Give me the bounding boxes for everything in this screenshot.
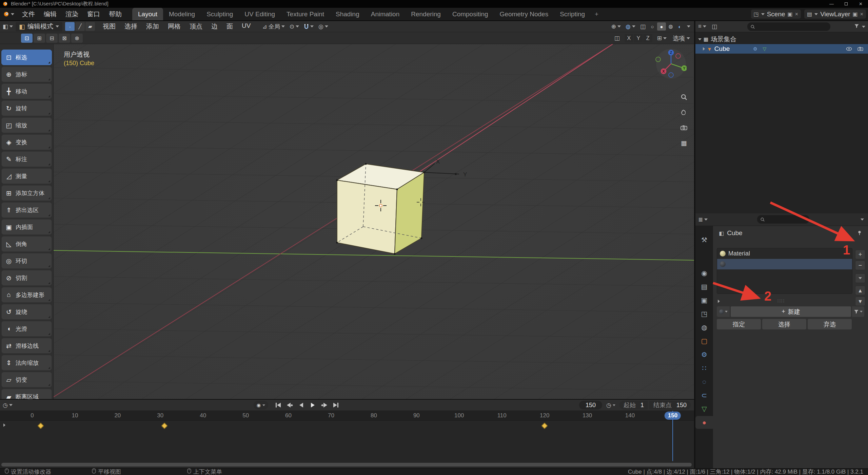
outliner-item-cube[interactable]: ▼ Cube ⚙ ▽ [695,44,868,54]
show-overlays-dropdown[interactable]: ◍ [623,23,638,30]
play-button[interactable] [308,401,318,410]
tool-bevel-button[interactable]: ◺倒角 [1,236,52,252]
properties-tab-render[interactable]: ◉ [695,267,713,280]
topbar-menu-edit[interactable]: 编辑 [39,8,61,20]
shading-material-button[interactable]: ◍ [666,22,675,31]
tool-transform-button[interactable]: ◈变换 [1,134,52,150]
editor-type-selector[interactable]: ≡ [695,23,709,30]
viewport-menu-select[interactable]: 选择 [120,22,142,31]
properties-tab-output[interactable]: ▤ [695,280,713,293]
viewport-menu-face[interactable]: 面 [222,22,237,31]
tool-mode-subtract-button[interactable]: ⊟ [46,34,58,43]
viewport-menu-vertex[interactable]: 顶点 [185,22,207,31]
material-slot-item[interactable]: Material [717,248,852,259]
outliner-search-input[interactable] [747,22,830,31]
minimize-button[interactable]: — [824,0,839,8]
tool-mode-invert-button[interactable]: ⊠ [59,34,70,43]
camera-view-icon[interactable] [679,123,689,132]
jump-to-start-button[interactable] [273,401,283,410]
tool-loop-cut-button[interactable]: ◎环切 [1,253,52,269]
pivot-point-dropdown[interactable]: ⊙ [287,23,301,30]
tool-mode-set-button[interactable]: ⊡ [21,34,33,43]
topbar-menu-file[interactable]: 文件 [18,8,39,20]
filter-icon[interactable] [854,23,859,30]
tool-edge-slide-button[interactable]: ⇄滑移边线 [1,338,52,354]
properties-tab-scene[interactable]: ◳ [695,307,713,320]
gizmo-z-neg-axis[interactable] [669,73,673,77]
shading-solid-button[interactable]: ● [657,22,666,31]
expand-icon[interactable] [703,47,705,51]
tool-measure-button[interactable]: ◿测量 [1,168,52,184]
deselect-button[interactable]: 弃选 [808,319,852,329]
keyframe-frame-120[interactable] [541,422,548,429]
current-frame-field[interactable]: 150 [579,401,602,410]
material-slot-item-empty-active[interactable] [717,259,852,269]
browse-material-dropdown[interactable] [717,306,730,317]
timeline-ruler[interactable]: 150 010203040506070809010011012013014015… [0,411,694,421]
tool-move-button[interactable]: ╋移动 [1,83,52,99]
keying-set-clock-icon[interactable]: ◷ [604,402,618,409]
new-scene-icon[interactable]: ▣ [788,11,793,17]
list-resize-grip[interactable]: ∷∷ [713,298,868,304]
gizmo-x-neg-axis[interactable] [676,54,680,58]
tool-rotate-button[interactable]: ↻旋转 [1,100,52,116]
tool-annotate-button[interactable]: ✎标注 [1,151,52,167]
jump-to-end-button[interactable] [331,401,341,410]
proportional-editing-toggle[interactable]: ◎ [316,23,331,30]
tool-knife-button[interactable]: ⊘切割 [1,270,52,286]
workspace-tab-modeling[interactable]: Modeling [163,8,201,20]
expand-icon[interactable] [698,38,702,40]
remove-viewlayer-icon[interactable]: × [860,11,863,17]
viewport-menu-view[interactable]: 视图 [98,22,120,31]
topbar-menu-render[interactable]: 渲染 [61,8,83,20]
options-dropdown[interactable]: 选项 [671,34,691,42]
outliner-item-scene-collection[interactable]: ▦ 场景集合 [695,35,868,44]
workspace-tab-texture-paint[interactable]: Texture Paint [281,8,330,20]
properties-search-input[interactable] [757,215,809,224]
keyframe-frame-2[interactable] [37,422,44,429]
properties-tab-object-data[interactable]: ▽ [695,402,713,415]
shading-rendered-button[interactable]: ◐ [675,22,684,31]
shading-dropdown[interactable] [685,22,693,31]
viewlayer-selector[interactable]: ▤ ViewLayer ▣ × [804,10,866,19]
tool-inset-faces-button[interactable]: ▣内插面 [1,219,52,235]
mirror-axis-z-toggle[interactable]: Z [644,34,652,42]
move-slot-up-button[interactable]: ▴ [855,286,865,295]
viewport-menu-mesh[interactable]: 网格 [163,22,185,31]
expand-icon[interactable] [718,300,720,303]
auto-keying-button[interactable]: ◉ [254,401,268,410]
topbar-menu-window[interactable]: 窗口 [83,8,104,20]
properties-tab-physics[interactable]: ◌ [695,375,713,388]
new-material-button[interactable]: + 新建 [731,306,851,317]
tool-shrink-fatten-button[interactable]: ⇕法向缩放 [1,355,52,370]
topbar-menu-help[interactable]: 帮助 [104,8,126,20]
new-viewlayer-icon[interactable]: ▣ [853,11,858,17]
filter-dropdown[interactable] [852,306,864,317]
select-mode-face-button[interactable]: ▰ [85,22,95,31]
properties-tab-modifiers[interactable]: ⚙ [695,348,713,361]
frame-end-field[interactable]: 结束点 150 [649,401,691,410]
properties-tab-object[interactable]: ▢ [695,335,713,347]
tool-select-box-button[interactable]: ⊡框选 [1,50,52,65]
maximize-button[interactable] [839,0,853,8]
tool-spin-button[interactable]: ↺旋绕 [1,304,52,320]
viewport-menu-edge[interactable]: 边 [207,22,222,31]
tool-mode-intersect-button[interactable]: ⊗ [71,34,83,43]
workspace-tab-geometry-nodes[interactable]: Geometry Nodes [494,8,554,20]
workspace-tab-animation[interactable]: Animation [365,8,406,20]
viewport-menu-uv[interactable]: UV [237,22,255,31]
chevron-down-icon[interactable] [862,26,865,28]
display-mode-icon[interactable]: ◫ [709,23,720,30]
frame-start-field[interactable]: 起始 1 [619,401,648,410]
properties-tab-particles[interactable]: ∷ [695,362,713,375]
timeline-channels[interactable] [0,421,694,461]
tool-smooth-button[interactable]: ◖光滑 [1,321,52,337]
assign-button[interactable]: 指定 [717,319,761,329]
select-mode-edge-button[interactable]: ╱ [75,22,85,31]
properties-tab-constraints[interactable]: ⊂ [695,389,713,402]
mirror-axis-y-toggle[interactable]: Y [634,34,643,42]
mode-dropdown[interactable]: ◧ 编辑模式 [16,22,62,31]
workspace-add-button[interactable]: + [591,8,603,20]
editor-type-selector[interactable]: ◧ [0,23,16,30]
prev-keyframe-button[interactable] [284,401,295,410]
